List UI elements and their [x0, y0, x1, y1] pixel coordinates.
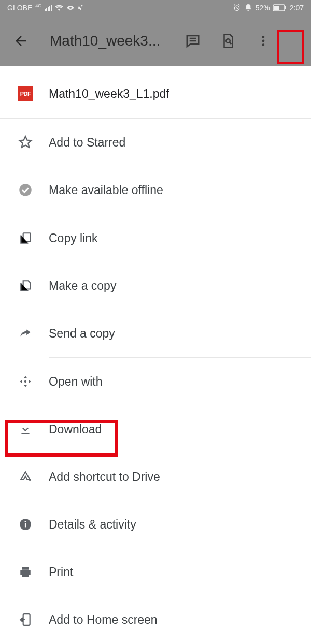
menu-item-homescreen[interactable]: Add to Home screen	[0, 596, 311, 643]
comment-button[interactable]	[182, 31, 203, 51]
menu-item-openwith[interactable]: Open with	[0, 358, 311, 405]
copy-link-icon	[18, 231, 33, 245]
menu-label-makecopy: Make a copy	[49, 279, 116, 293]
svg-point-10	[24, 380, 26, 383]
wifi-icon	[55, 5, 63, 11]
pdf-icon: PDF	[18, 86, 33, 101]
svg-rect-2	[274, 6, 279, 10]
send-icon	[18, 327, 33, 340]
menu-item-makecopy[interactable]: Make a copy	[0, 262, 311, 310]
mute-icon	[78, 4, 85, 11]
menu-item-starred[interactable]: Add to Starred	[0, 119, 311, 166]
battery-text: 52%	[256, 4, 270, 12]
page-title: Math10_week3...	[50, 33, 174, 49]
menu-label-offline: Make available offline	[49, 183, 163, 197]
dnd-icon	[244, 4, 252, 12]
menu-label-details: Details & activity	[49, 518, 136, 532]
download-icon	[18, 422, 33, 436]
svg-point-13	[25, 521, 26, 522]
status-right: 52% 2:07	[233, 4, 304, 12]
eye-icon	[66, 4, 75, 11]
svg-point-6	[262, 40, 265, 42]
back-button[interactable]	[10, 31, 31, 51]
network-type: 4G	[35, 3, 41, 8]
more-options-button[interactable]	[253, 31, 274, 51]
file-header: PDF Math10_week3_L1.pdf	[0, 70, 311, 119]
menu-item-print[interactable]: Print	[0, 548, 311, 596]
open-with-icon	[18, 375, 33, 388]
menu-item-offline[interactable]: Make available offline	[0, 166, 311, 214]
svg-point-7	[262, 43, 265, 46]
menu-label-download: Download	[49, 422, 102, 436]
svg-point-5	[262, 36, 265, 38]
menu-item-download[interactable]: Download	[0, 405, 311, 453]
menu-label-shortcut: Add shortcut to Drive	[49, 470, 160, 484]
app-bar: Math10_week3...	[0, 16, 311, 66]
menu-label-sendcopy: Send a copy	[49, 327, 115, 341]
carrier-label: GLOBE	[7, 4, 32, 12]
find-in-page-button[interactable]	[218, 31, 238, 51]
info-icon	[18, 518, 33, 531]
menu-label-openwith: Open with	[49, 375, 103, 389]
signal-icon	[45, 5, 52, 11]
status-left: GLOBE 4G	[7, 4, 85, 12]
menu-item-copylink[interactable]: Copy link	[0, 214, 311, 262]
svg-rect-3	[285, 6, 286, 9]
print-icon	[18, 565, 33, 579]
status-bar: GLOBE 4G 52% 2:07	[0, 0, 311, 16]
menu-label-starred: Add to Starred	[49, 136, 125, 150]
battery-icon	[273, 4, 287, 11]
alarm-icon	[233, 4, 241, 12]
offline-icon	[18, 183, 33, 197]
star-icon	[18, 135, 33, 150]
svg-point-8	[19, 184, 31, 196]
menu-label-homescreen: Add to Home screen	[49, 613, 158, 627]
menu-label-copylink: Copy link	[49, 231, 98, 245]
file-name-label: Math10_week3_L1.pdf	[49, 87, 169, 101]
make-copy-icon	[18, 279, 33, 292]
menu-item-details[interactable]: Details & activity	[0, 501, 311, 548]
drive-shortcut-icon	[18, 470, 33, 484]
svg-rect-12	[25, 523, 26, 528]
menu-label-print: Print	[49, 565, 73, 579]
add-homescreen-icon	[18, 613, 33, 626]
options-menu: PDF Math10_week3_L1.pdf Add to Starred M…	[0, 66, 311, 644]
menu-item-sendcopy[interactable]: Send a copy	[0, 310, 311, 357]
menu-item-shortcut[interactable]: Add shortcut to Drive	[0, 453, 311, 501]
time-label: 2:07	[290, 4, 304, 12]
